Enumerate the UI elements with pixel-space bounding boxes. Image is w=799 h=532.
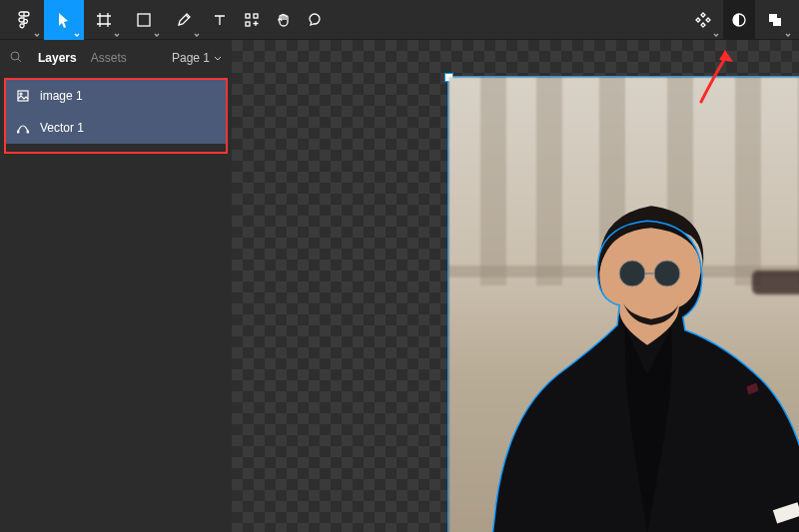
components-button[interactable] bbox=[683, 0, 723, 40]
svg-rect-2 bbox=[254, 14, 258, 18]
layer-row[interactable]: image 1 bbox=[6, 80, 226, 112]
frame-tool-button[interactable] bbox=[84, 0, 124, 40]
selected-frame[interactable] bbox=[447, 76, 799, 532]
svg-rect-3 bbox=[246, 22, 250, 26]
search-icon[interactable] bbox=[10, 51, 22, 66]
svg-point-11 bbox=[27, 131, 29, 133]
text-tool-button[interactable] bbox=[204, 0, 236, 40]
boolean-ops-button[interactable] bbox=[755, 0, 795, 40]
image-icon bbox=[16, 89, 30, 103]
top-toolbar bbox=[0, 0, 799, 40]
svg-point-7 bbox=[11, 52, 19, 60]
comment-tool-button[interactable] bbox=[300, 0, 332, 40]
figma-menu-button[interactable] bbox=[4, 0, 44, 40]
svg-rect-1 bbox=[246, 14, 250, 18]
layer-name: Vector 1 bbox=[40, 121, 84, 135]
pen-tool-button[interactable] bbox=[164, 0, 204, 40]
tab-layers[interactable]: Layers bbox=[38, 51, 77, 65]
mask-button[interactable] bbox=[723, 0, 755, 40]
svg-point-10 bbox=[17, 131, 19, 133]
resources-button[interactable] bbox=[236, 0, 268, 40]
tab-assets[interactable]: Assets bbox=[91, 51, 127, 65]
svg-rect-6 bbox=[773, 18, 781, 26]
shape-tool-button[interactable] bbox=[124, 0, 164, 40]
svg-point-12 bbox=[619, 261, 645, 286]
page-label: Page 1 bbox=[172, 51, 210, 65]
layer-name: image 1 bbox=[40, 89, 83, 103]
hand-tool-button[interactable] bbox=[268, 0, 300, 40]
svg-rect-8 bbox=[18, 91, 28, 101]
left-sidebar: Layers Assets Page 1 image 1 bbox=[0, 40, 232, 532]
svg-point-13 bbox=[654, 261, 680, 286]
svg-point-9 bbox=[20, 93, 22, 95]
sidebar-tabs: Layers Assets Page 1 bbox=[0, 40, 232, 76]
layer-row[interactable]: Vector 1 bbox=[6, 112, 226, 144]
svg-rect-0 bbox=[138, 14, 150, 26]
page-selector[interactable]: Page 1 bbox=[172, 51, 222, 65]
layers-panel: image 1 Vector 1 bbox=[4, 78, 228, 154]
vector-icon bbox=[16, 121, 30, 135]
svg-marker-15 bbox=[719, 50, 733, 62]
move-tool-button[interactable] bbox=[44, 0, 84, 40]
person-cutout bbox=[448, 77, 799, 532]
image-content bbox=[448, 77, 799, 532]
canvas[interactable] bbox=[232, 40, 799, 532]
